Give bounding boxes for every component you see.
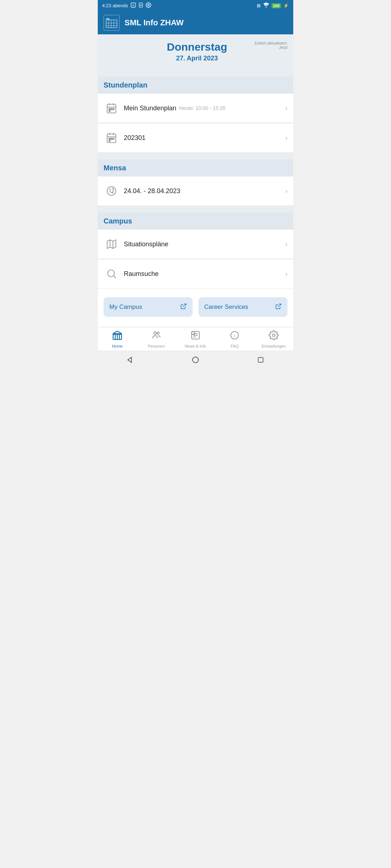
mein-stundenplan-label: Mein Stundenplan: [124, 105, 176, 112]
my-campus-label: My Campus: [109, 303, 142, 311]
stundenplan-list: Mein Stundenplan Heute: 10:00 - 15:35 › …: [98, 94, 293, 152]
svg-rect-9: [106, 20, 117, 28]
svg-point-29: [113, 138, 114, 140]
news-icon: [190, 330, 201, 343]
svg-point-20: [111, 109, 112, 110]
svg-rect-57: [258, 357, 263, 362]
svg-point-7: [265, 7, 266, 8]
nav-item-personen[interactable]: Personen: [137, 330, 176, 348]
mensa-list: 24.04. - 28.04.2023 ›: [98, 176, 293, 205]
raumsuche-content: Raumsuche: [119, 270, 282, 278]
202301-content: 202301: [119, 134, 282, 142]
date-center: Donnerstag 27. April 2023: [140, 41, 254, 62]
career-services-button[interactable]: Career Services: [198, 297, 287, 317]
section-gap-1: [98, 69, 293, 77]
date-section: Donnerstag 27. April 2023 Zuletzt aktual…: [98, 34, 293, 69]
status-left: 4:23 abends N: [102, 2, 151, 9]
nfc-icon: N: [130, 2, 136, 9]
chevron-icon-4: ›: [282, 241, 287, 248]
svg-point-6: [148, 4, 149, 6]
battery-label: 100: [272, 3, 281, 8]
calendar-icon-2: [104, 130, 119, 146]
app-header: SML SML Info ZHAW: [98, 11, 293, 34]
chevron-icon-1: ›: [282, 105, 287, 112]
svg-point-36: [108, 270, 114, 277]
svg-point-21: [113, 109, 114, 110]
system-nav-bar: [98, 350, 293, 371]
x-icon: ⊠: [257, 3, 261, 8]
svg-point-28: [111, 138, 112, 140]
202301-label: 202301: [124, 134, 146, 141]
sim-icon: [138, 3, 143, 9]
situationsplaene-content: Situationspläne: [119, 241, 282, 248]
list-item-raumsuche[interactable]: Raumsuche ›: [98, 259, 293, 289]
nav-item-news[interactable]: News & Info: [176, 330, 215, 348]
svg-point-45: [154, 332, 156, 335]
section-stundenplan: Stundenplan: [98, 77, 293, 94]
svg-point-30: [109, 140, 110, 141]
search-icon: [104, 266, 119, 282]
back-button[interactable]: [125, 355, 135, 365]
mein-stundenplan-content: Mein Stundenplan Heute: 10:00 - 15:35: [119, 105, 282, 112]
svg-text:SML: SML: [106, 18, 110, 20]
calendar-icon-1: [104, 100, 119, 116]
faq-icon: i: [230, 330, 240, 343]
home-icon: [112, 330, 122, 343]
nav-label-home: Home: [112, 344, 122, 348]
settings-icon: [146, 2, 151, 9]
mensa-icon: [104, 183, 119, 199]
charging-icon: ⚡: [283, 3, 289, 8]
situationsplaene-label: Situationspläne: [124, 241, 168, 248]
campus-buttons-row: My Campus Career Services: [98, 289, 293, 327]
external-link-icon-2: [275, 303, 282, 311]
mensa-date-label: 24.04. - 28.04.2023: [124, 187, 180, 195]
last-updated-label: Zuletzt aktualisiert:: [254, 41, 287, 45]
chevron-icon-3: ›: [282, 187, 287, 195]
raumsuche-label: Raumsuche: [124, 270, 159, 277]
career-services-label: Career Services: [204, 303, 248, 311]
list-item-mein-stundenplan[interactable]: Mein Stundenplan Heute: 10:00 - 15:35 ›: [98, 94, 293, 123]
nav-label-personen: Personen: [148, 344, 165, 348]
svg-point-54: [273, 334, 275, 337]
list-item-202301[interactable]: 202301 ›: [98, 123, 293, 152]
section-gap-2: [98, 152, 293, 159]
status-bar: 4:23 abends N ⊠ 100 ⚡: [98, 0, 293, 11]
last-updated: Zuletzt aktualisiert: Jetzt: [254, 41, 287, 50]
nav-label-faq: FAQ: [231, 344, 239, 348]
app-logo: SML: [104, 15, 119, 31]
nav-item-faq[interactable]: i FAQ: [215, 330, 254, 348]
chevron-icon-2: ›: [282, 134, 287, 142]
svg-point-27: [109, 138, 110, 140]
svg-text:N: N: [132, 4, 134, 7]
svg-marker-55: [128, 357, 131, 362]
list-item-situationsplaene[interactable]: Situationspläne ›: [98, 230, 293, 259]
day-name: Donnerstag: [140, 41, 254, 53]
external-link-icon-1: [180, 303, 187, 311]
wifi-icon: [263, 3, 269, 9]
section-campus: Campus: [98, 213, 293, 230]
nav-label-einstellungen: Einstellungen: [262, 344, 286, 348]
map-icon: [104, 236, 119, 252]
square-button[interactable]: [256, 355, 266, 365]
svg-line-38: [183, 304, 186, 307]
home-button[interactable]: [190, 355, 201, 365]
section-mensa: Mensa: [98, 159, 293, 176]
bottom-nav: Home Personen News & Info: [98, 327, 293, 350]
my-campus-button[interactable]: My Campus: [104, 297, 193, 317]
list-item-mensa-dates[interactable]: 24.04. - 28.04.2023 ›: [98, 176, 293, 205]
svg-point-22: [109, 110, 110, 112]
section-gap-3: [98, 205, 293, 213]
svg-text:i: i: [234, 333, 235, 339]
svg-point-46: [157, 332, 159, 334]
nav-item-einstellungen[interactable]: Einstellungen: [254, 330, 293, 348]
campus-list: Situationspläne › Raumsuche › My Campus: [98, 230, 293, 327]
svg-point-56: [193, 357, 198, 363]
svg-point-31: [107, 187, 116, 195]
nav-item-home[interactable]: Home: [98, 330, 137, 348]
status-right: ⊠ 100 ⚡: [257, 3, 289, 9]
app-title: SML Info ZHAW: [125, 18, 184, 27]
last-updated-value: Jetzt: [279, 45, 287, 50]
svg-point-19: [109, 109, 110, 110]
mein-stundenplan-subtitle: Heute: 10:00 - 15:35: [179, 105, 226, 111]
svg-line-37: [114, 276, 116, 278]
